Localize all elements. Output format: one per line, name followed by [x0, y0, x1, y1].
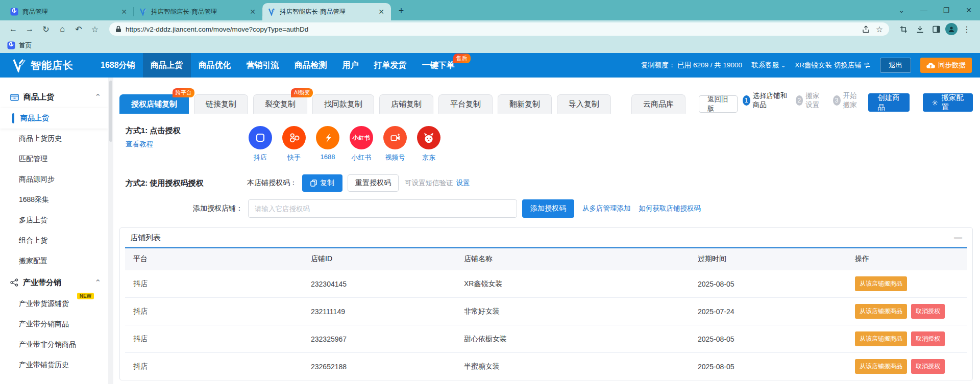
tab-same-style-copy[interactable]: 找同款复制: [312, 94, 374, 114]
platform-shipinhao[interactable]: 视频号: [382, 126, 408, 162]
add-auth-code-button[interactable]: 添加授权码: [522, 199, 574, 218]
move-from-shop-button[interactable]: 从该店铺搬商品: [855, 276, 907, 291]
share-icon[interactable]: [862, 25, 871, 33]
screenshot-icon[interactable]: [896, 22, 911, 36]
tab-close-icon[interactable]: ✕: [119, 7, 129, 16]
move-from-shop-button[interactable]: 从该店铺搬商品: [855, 359, 907, 374]
logout-button[interactable]: 退出: [880, 58, 911, 73]
add-from-multi-shop-link[interactable]: 从多店管理添加: [582, 204, 631, 213]
copy-auth-code-button[interactable]: 复制: [302, 174, 342, 192]
platform-jingdong[interactable]: 京东: [415, 126, 442, 162]
forward-icon[interactable]: →: [22, 22, 37, 36]
cell-platform: 抖店: [125, 362, 303, 371]
reset-auth-code-button[interactable]: 重置授权码: [348, 174, 399, 192]
tab-label: 平台复制: [450, 99, 481, 109]
page-star-icon[interactable]: ☆: [876, 24, 883, 34]
sidebar-section-product-upload[interactable]: 商品上货 ⌃: [0, 86, 108, 108]
tab-platform-copy[interactable]: 平台复制: [438, 94, 493, 114]
undo-icon[interactable]: ↶: [71, 22, 86, 36]
cancel-auth-button[interactable]: 取消授权: [911, 331, 945, 346]
move-from-shop-button[interactable]: 从该店铺搬商品: [855, 304, 907, 319]
sync-data-button[interactable]: 同步数据: [920, 58, 972, 73]
collapse-icon[interactable]: —: [954, 233, 962, 242]
chevron-up-icon: ⌃: [94, 278, 101, 287]
sidebar-item-1688-collect[interactable]: 1688采集: [0, 190, 108, 210]
sidebar-section-industry-distribution[interactable]: 产业带分销 ⌃: [0, 271, 108, 294]
nav-product-check[interactable]: 商品检测: [287, 53, 335, 78]
how-to-get-auth-code-link[interactable]: 如何获取店铺授权码: [639, 204, 701, 213]
sidebar-item-industry-source-stock[interactable]: 产业带货源铺货 NEW: [0, 294, 108, 314]
platform-name: 1688: [314, 153, 341, 161]
tab-authorized-shop-copy[interactable]: 授权店铺复制 跨平台: [119, 94, 189, 114]
browser-tab-title: 抖店智能店长-商品管理: [151, 8, 244, 16]
sidebar-item-upload-history[interactable]: 商品上货历史: [0, 129, 108, 149]
nav-product-upload[interactable]: 商品上货: [143, 53, 191, 78]
download-icon[interactable]: [913, 22, 927, 36]
browser-tab-1[interactable]: 商品管理 ✕: [5, 3, 134, 20]
nav-1688-distribution[interactable]: 1688分销: [93, 53, 143, 78]
tab-search-chevron-icon[interactable]: ⌄: [890, 0, 913, 20]
platform-xiaohongshu[interactable]: 小红书 小红书: [348, 126, 375, 162]
minimize-icon[interactable]: —: [913, 0, 935, 20]
nav-product-optimize[interactable]: 商品优化: [191, 53, 239, 78]
window-close-icon[interactable]: ✕: [958, 0, 980, 20]
steps-indicator: 1选择店铺和商品 2搬家设置 3开始搬家: [743, 91, 863, 114]
platform-kuaishou[interactable]: 快手: [281, 126, 307, 162]
sidebar-item-match-manage[interactable]: 匹配管理: [0, 149, 108, 169]
sidebar-item-move-config[interactable]: 搬家配置: [0, 251, 108, 271]
brand[interactable]: 智能店长: [11, 58, 74, 72]
tab-import-copy[interactable]: 导入复制: [557, 94, 611, 114]
platform-name: 视频号: [382, 153, 408, 162]
current-shop[interactable]: XR鑫锐女装 切换店铺: [795, 61, 871, 70]
nav-users[interactable]: 用户: [335, 53, 366, 78]
sidebar-item-industry-stock-history[interactable]: 产业带铺货历史: [0, 355, 108, 375]
reload-icon[interactable]: ↻: [39, 22, 53, 36]
browser-menu-icon[interactable]: ⋮: [960, 22, 974, 36]
side-panel-icon[interactable]: [929, 22, 943, 36]
tab-shop-copy[interactable]: 店铺复制: [379, 94, 433, 114]
sidebar-item-industry-distributed[interactable]: 产业带分销商品: [0, 314, 108, 335]
sidebar-item-product-upload[interactable]: 商品上货: [0, 108, 108, 129]
scrollbar-thumb[interactable]: [109, 81, 112, 142]
url-bar[interactable]: https://v2-dddz.jiancent.com/move/move?c…: [109, 22, 889, 36]
platform-doudian[interactable]: 抖店: [247, 126, 274, 162]
cancel-auth-button[interactable]: 取消授权: [911, 359, 945, 374]
bookmark-star-icon[interactable]: ☆: [88, 22, 102, 36]
platform-1688[interactable]: 1688: [314, 126, 341, 162]
restore-icon[interactable]: ❐: [935, 0, 958, 20]
shop-list-card: 店铺列表 — 平台 店铺ID 店铺名称 过期时间 操作 抖店 232304145…: [119, 227, 973, 380]
tab-close-icon[interactable]: ✕: [248, 7, 257, 16]
profile-avatar[interactable]: [945, 23, 958, 35]
move-from-shop-button[interactable]: 从该店铺搬商品: [855, 331, 907, 346]
nav-order-shipping[interactable]: 打单发货: [366, 53, 414, 78]
tab-renew-copy[interactable]: 翻新复制: [498, 94, 552, 114]
chevron-down-icon: ⌄: [781, 62, 786, 69]
nav-one-click-order[interactable]: 一键下单售后: [414, 53, 462, 78]
view-tutorial-link[interactable]: 查看教程: [126, 140, 153, 149]
tab-link-copy[interactable]: 链接复制: [194, 94, 248, 114]
sidebar-item-source-sync[interactable]: 商品源同步: [0, 169, 108, 190]
cancel-auth-button[interactable]: 取消授权: [911, 304, 945, 319]
tab-fission-copy[interactable]: 裂变复制 AI裂变: [253, 94, 307, 114]
tab-cloud-product-library[interactable]: 云商品库: [631, 94, 685, 114]
sidebar-scrollbar[interactable]: [108, 78, 113, 384]
nav-marketing[interactable]: 营销引流: [239, 53, 287, 78]
browser-tab-2[interactable]: 抖店智能店长-商品管理 ✕: [134, 3, 262, 20]
sms-set-link[interactable]: 设置: [456, 178, 470, 188]
create-product-button[interactable]: 创建商品: [868, 93, 910, 112]
back-icon[interactable]: ←: [6, 22, 20, 36]
quota-label: 复制额度：: [641, 61, 676, 70]
sidebar-item-multi-shop-upload[interactable]: 多店上货: [0, 210, 108, 231]
contact-support[interactable]: 联系客服⌄: [751, 61, 786, 70]
bookmark-home[interactable]: 首页: [19, 41, 32, 50]
browser-tab-3-active[interactable]: 抖店智能店长-商品管理 ✕: [262, 3, 391, 20]
back-to-old-version-button[interactable]: 返回旧版: [699, 95, 738, 113]
sidebar-item-combo-upload[interactable]: 组合上货: [0, 231, 108, 251]
new-tab-button[interactable]: +: [394, 4, 408, 18]
tab-close-icon[interactable]: ✕: [377, 7, 386, 16]
cell-expire: 2025-07-24: [690, 308, 847, 316]
move-config-button[interactable]: 搬家配置: [923, 93, 973, 112]
home-icon[interactable]: ⌂: [55, 22, 69, 36]
sidebar-item-industry-non-distributed[interactable]: 产业带非分销商品: [0, 335, 108, 355]
auth-code-input[interactable]: [248, 199, 517, 218]
